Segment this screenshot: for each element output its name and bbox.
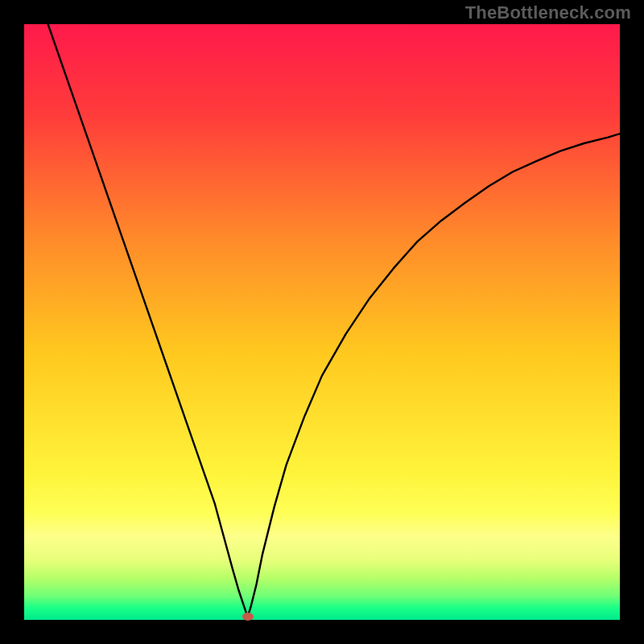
bottleneck-curve [24, 24, 620, 620]
plot-area [24, 24, 620, 620]
optimal-point-marker [242, 613, 254, 621]
chart-frame: TheBottleneck.com [0, 0, 644, 644]
watermark-label: TheBottleneck.com [465, 2, 631, 23]
